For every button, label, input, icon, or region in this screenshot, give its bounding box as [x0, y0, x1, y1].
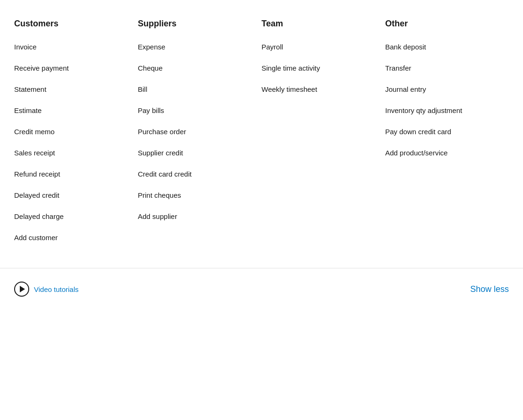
menu-item-statement[interactable]: Statement [14, 84, 129, 94]
column-customers: CustomersInvoiceReceive paymentStatement… [14, 19, 138, 254]
menu-item-bank-deposit[interactable]: Bank deposit [385, 42, 500, 52]
menu-item-print-cheques[interactable]: Print cheques [138, 190, 253, 200]
menu-item-invoice[interactable]: Invoice [14, 42, 129, 52]
menu-item-estimate[interactable]: Estimate [14, 105, 129, 115]
menu-item-add-product-service[interactable]: Add product/service [385, 148, 500, 158]
menu-item-refund-receipt[interactable]: Refund receipt [14, 169, 129, 179]
column-header-other: Other [385, 19, 500, 29]
play-triangle-icon [20, 286, 25, 292]
menu-item-payroll[interactable]: Payroll [262, 42, 376, 52]
menu-item-single-time-activity[interactable]: Single time activity [262, 63, 376, 73]
show-less-button[interactable]: Show less [470, 284, 509, 294]
columns-grid: CustomersInvoiceReceive paymentStatement… [14, 19, 509, 254]
menu-item-cheque[interactable]: Cheque [138, 63, 253, 73]
main-container: CustomersInvoiceReceive paymentStatement… [0, 0, 523, 254]
menu-item-inventory-qty-adjustment[interactable]: Inventory qty adjustment [385, 105, 500, 115]
menu-item-pay-down-credit-card[interactable]: Pay down credit card [385, 127, 500, 137]
menu-item-credit-card-credit[interactable]: Credit card credit [138, 169, 253, 179]
menu-item-credit-memo[interactable]: Credit memo [14, 127, 129, 137]
menu-item-sales-receipt[interactable]: Sales receipt [14, 148, 129, 158]
menu-item-transfer[interactable]: Transfer [385, 63, 500, 73]
menu-item-receive-payment[interactable]: Receive payment [14, 63, 129, 73]
menu-item-journal-entry[interactable]: Journal entry [385, 84, 500, 94]
menu-item-pay-bills[interactable]: Pay bills [138, 105, 253, 115]
column-other: OtherBank depositTransferJournal entryIn… [385, 19, 509, 254]
video-tutorials-label: Video tutorials [34, 285, 79, 293]
menu-item-weekly-timesheet[interactable]: Weekly timesheet [262, 84, 376, 94]
column-suppliers: SuppliersExpenseChequeBillPay billsPurch… [138, 19, 262, 254]
menu-item-add-supplier[interactable]: Add supplier [138, 211, 253, 221]
video-tutorials-link[interactable]: Video tutorials [14, 282, 79, 297]
play-icon [14, 282, 29, 297]
menu-item-supplier-credit[interactable]: Supplier credit [138, 148, 253, 158]
menu-item-expense[interactable]: Expense [138, 42, 253, 52]
menu-item-purchase-order[interactable]: Purchase order [138, 127, 253, 137]
menu-item-bill[interactable]: Bill [138, 84, 253, 94]
menu-item-delayed-credit[interactable]: Delayed credit [14, 190, 129, 200]
column-header-customers: Customers [14, 19, 129, 29]
footer: Video tutorials Show less [0, 268, 523, 311]
column-team: TeamPayrollSingle time activityWeekly ti… [262, 19, 385, 254]
menu-item-delayed-charge[interactable]: Delayed charge [14, 211, 129, 221]
column-header-suppliers: Suppliers [138, 19, 253, 29]
menu-item-add-customer[interactable]: Add customer [14, 233, 129, 242]
column-header-team: Team [262, 19, 376, 29]
